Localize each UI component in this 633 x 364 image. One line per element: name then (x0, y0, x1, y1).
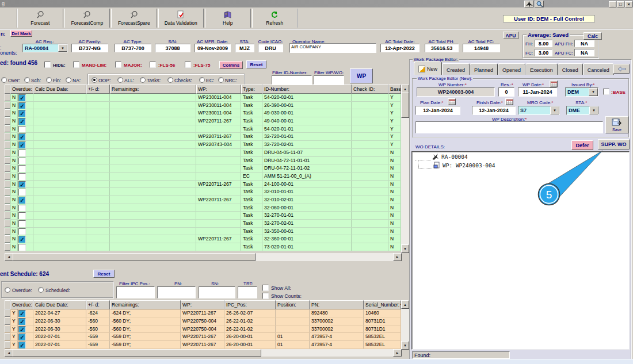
row-selector[interactable] (5, 188, 10, 196)
fls-75-checkbox[interactable] (185, 62, 191, 68)
col-check-id[interactable]: Check ID: (352, 85, 388, 94)
table-row[interactable]: NTaskDRU-04-72-11-01-01N (5, 157, 401, 165)
table-row[interactable]: NTask32-270-02-01N (5, 220, 401, 228)
radio-fin[interactable] (46, 77, 52, 83)
row-selector[interactable] (5, 309, 10, 317)
aircraft-icon[interactable] (524, 1, 533, 7)
col-calc-due[interactable]: Calc Due Date: (33, 85, 86, 94)
row-selector[interactable] (5, 109, 10, 117)
col-overdue[interactable]: Overdue: (10, 85, 33, 94)
table-row[interactable]: Y2022-04-27-624-624 DY;WP220711-26726-26… (5, 309, 401, 317)
row-selector[interactable] (5, 204, 10, 212)
table-row[interactable]: NTaskDRU-04-72-11-01-02N (5, 164, 401, 173)
toolbar-button-forecast[interactable]: Forecast (18, 9, 63, 28)
toolbar-button-refresh[interactable]: Refresh (253, 9, 298, 28)
row-checkbox[interactable] (18, 334, 26, 340)
scroll-left-icon[interactable]: ◄ (5, 253, 13, 261)
row-checkbox[interactable] (18, 244, 26, 251)
search-icon[interactable] (535, 1, 544, 7)
scroll-left-icon[interactable]: ◄ (5, 349, 13, 357)
scroll-thumb[interactable] (401, 93, 409, 118)
chevron-down-icon[interactable]: ▼ (550, 106, 559, 114)
table-row[interactable]: NWP220711-267Task32-010-02-01N (5, 196, 401, 204)
radio-ec[interactable] (199, 77, 205, 83)
row-checkbox[interactable] (18, 197, 26, 204)
collapse-arrow-button[interactable] (613, 64, 630, 74)
row-selector[interactable] (5, 141, 10, 148)
scroll-thumb[interactable] (13, 349, 261, 357)
col-wp[interactable]: WP: (181, 300, 224, 309)
row-checkbox[interactable] (18, 126, 26, 133)
hide-checkbox[interactable] (44, 62, 51, 68)
toolbar-button-help[interactable]: Help (205, 9, 250, 28)
calc-button[interactable]: Calc (584, 32, 602, 40)
row-checkbox[interactable] (18, 342, 26, 348)
base-checkbox[interactable] (603, 89, 609, 95)
plan-date-calendar-icon[interactable] (448, 98, 456, 105)
row-selector[interactable] (5, 173, 10, 180)
radio-nrc[interactable] (218, 77, 224, 83)
issued-by-select[interactable]: DEM▼ (565, 87, 598, 97)
finish-date-calendar-icon[interactable] (505, 98, 513, 105)
defer-button[interactable]: Defer (571, 140, 593, 150)
scroll-down-icon[interactable]: ▼ (401, 244, 409, 253)
table-row[interactable]: NTask54-020-01-01Y (5, 125, 401, 133)
row-selector[interactable] (5, 220, 10, 227)
table-row[interactable]: Y2022-07-01-559-559 DY;WP220711-26726-20… (5, 341, 401, 349)
table-row[interactable]: NWP230011-004Task49-030-00-01Y (5, 109, 401, 117)
save-button[interactable]: Save (605, 116, 628, 133)
sta-select[interactable]: DME▼ (566, 106, 599, 115)
radio-tasks[interactable] (140, 77, 146, 83)
col-id-number[interactable]: ID-Number: (262, 85, 352, 94)
main-hscrollbar[interactable]: ◄ ► (5, 253, 401, 261)
col-remainings[interactable]: Remainings: (110, 300, 181, 309)
table-row[interactable]: NWP230011-004Task54-020-02-01Y (5, 94, 401, 102)
row-checkbox[interactable] (18, 102, 26, 109)
minimize-button[interactable]: _ (609, 1, 616, 7)
major-checkbox[interactable] (115, 62, 121, 68)
row-checkbox[interactable] (18, 236, 26, 243)
tab-closed[interactable]: Closed (558, 63, 583, 75)
row-selector[interactable] (5, 157, 10, 164)
table-row[interactable]: NWP220711-267Task32-720-01-01Y (5, 133, 401, 141)
row-selector[interactable] (5, 243, 10, 251)
radio-over[interactable] (1, 77, 7, 83)
row-checkbox[interactable] (18, 165, 26, 172)
scroll-up-icon[interactable]: ▲ (401, 300, 409, 309)
show-alt-checkbox[interactable] (262, 285, 269, 291)
col-position[interactable]: Position: (276, 300, 310, 309)
col-type[interactable]: Type: (241, 85, 262, 94)
radio-scheduled[interactable] (38, 287, 44, 293)
row-checkbox[interactable] (18, 220, 26, 227)
row-selector[interactable] (5, 102, 10, 109)
table-row[interactable]: NTask32-010-01-01N (5, 188, 401, 196)
plan-date-field[interactable]: 12-Jan-2024 (415, 106, 460, 115)
tree-item-wp[interactable]: WP: WP240003-004 (433, 162, 495, 168)
tab-created[interactable]: Created (442, 63, 470, 75)
res-field[interactable]: 0 (498, 87, 514, 97)
row-checkbox[interactable] (18, 110, 26, 117)
show-counts-checkbox[interactable] (262, 293, 269, 299)
radio-overdue[interactable] (5, 287, 10, 293)
row-selector[interactable] (5, 325, 10, 333)
scroll-right-icon[interactable]: ► (393, 349, 402, 357)
filter-wp-input[interactable] (314, 75, 344, 85)
scroll-up-icon[interactable]: ▲ (401, 85, 409, 93)
tab-execution[interactable]: Execution (525, 63, 558, 75)
del-mark-button[interactable]: Del Mark (10, 30, 32, 37)
filter-id-input[interactable] (272, 75, 312, 85)
col-pm-d[interactable]: +/- d: (86, 85, 110, 94)
table-row[interactable]: NWP220711-267Task32-360-00-01N (5, 235, 401, 243)
col-calc-due[interactable]: Calc Due Date: (33, 300, 86, 309)
row-checkbox[interactable] (18, 310, 26, 317)
radio-na[interactable] (66, 77, 71, 83)
row-checkbox[interactable] (18, 205, 26, 212)
wp-date-calendar-icon[interactable] (550, 81, 558, 87)
table-row[interactable]: NWP220711-267Task24-100-00-01N (5, 181, 401, 189)
row-checkbox[interactable] (18, 326, 26, 333)
component-hscrollbar[interactable]: ◄ ► (5, 349, 401, 357)
radio-sch[interactable] (24, 77, 30, 83)
row-selector[interactable] (5, 196, 10, 204)
col-base[interactable]: Base▲ (388, 85, 401, 94)
tab-opened[interactable]: Opened (498, 63, 525, 75)
